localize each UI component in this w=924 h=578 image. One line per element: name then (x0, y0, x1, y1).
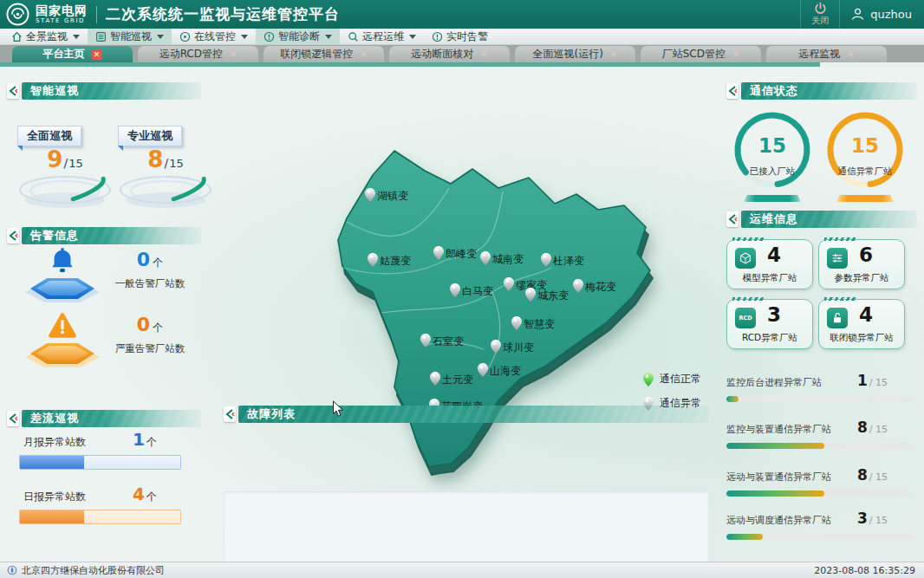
diff-row-daily: 日报异常站数 4个 (19, 484, 181, 524)
station-pin[interactable]: 白马变 (450, 283, 493, 299)
collapse-arrow-icon[interactable] (7, 228, 19, 244)
section-title: 差流巡视 (22, 410, 201, 427)
close-icon[interactable]: ✕ (847, 49, 854, 59)
section-ops-info-header: 运维信息 (726, 211, 917, 228)
station-label: 山海变 (490, 364, 521, 379)
menu-item-panorama[interactable]: 全景监视 (3, 29, 88, 44)
station-label: 土元变 (442, 373, 473, 387)
collapse-arrow-icon[interactable] (7, 411, 19, 426)
section-comm-status-header: 通信状态 (726, 82, 917, 100)
card-params-abnormal[interactable]: 6 参数异常厂站 (818, 239, 905, 289)
close-icon[interactable]: ✕ (610, 49, 617, 59)
username: quzhou (870, 8, 912, 21)
section-smart-patrol-header: 智能巡视 (7, 82, 201, 100)
station-label: 湖镇变 (377, 189, 408, 204)
station-pin[interactable]: 石室变 (420, 334, 464, 349)
progress-telecontrol-dispatch-comm: 远动与调度通信异常厂站 3/ 15 (726, 510, 910, 540)
station-pin[interactable]: 杜泽变 (541, 253, 584, 269)
tab-platform-home[interactable]: 平台主页✕ (12, 46, 133, 62)
tab-interlock-logic[interactable]: 联闭锁逻辑管控✕ (264, 46, 384, 62)
alarm-general: 0个 一般告警厂站数 (24, 247, 194, 304)
station-label: 梅花变 (585, 280, 616, 295)
dashboard: 智能巡视 全面巡视 9/15 专业巡视 8/15 (0, 67, 924, 562)
tab-full-patrol[interactable]: 全面巡视(运行)✕ (515, 46, 635, 62)
station-pin[interactable]: 郎峰变 (433, 246, 477, 262)
card-rcd-abnormal[interactable]: RCD 3 RCD异常厂站 (726, 299, 813, 349)
close-icon[interactable]: ✕ (230, 49, 237, 59)
home-icon (11, 31, 23, 42)
card-interlock-abnormal[interactable]: 4 联闭锁异常厂站 (818, 299, 905, 349)
section-title: 运维信息 (741, 211, 917, 228)
station-pin[interactable]: 姑蔑变 (368, 253, 411, 269)
diff-row-monthly: 月报异常站数 1个 (19, 429, 181, 470)
region-map: 湖镇变姑蔑变郎峰变城南变杜泽变白马变缪家变城东变梅花变智慧变石室变球川变山海变土… (217, 140, 715, 479)
station-pin[interactable]: 湖镇变 (365, 188, 408, 204)
tab-underline (0, 62, 820, 67)
station-label: 城东变 (537, 289, 569, 303)
station-label: 郎峰变 (446, 247, 477, 262)
patrol-tag: 专业巡视 (118, 126, 182, 146)
patrol-tag: 全面巡视 (17, 126, 81, 146)
progress-monitor-backend: 监控后台进程异常厂站 1/ 15 (726, 372, 910, 402)
menu-item-online-control[interactable]: 在线管控 (172, 29, 256, 44)
chevron-down-icon (157, 35, 164, 39)
gauge-connected-stations: 15 已接入厂站 (731, 108, 814, 212)
tab-scd-control[interactable]: 厂站SCD管控✕ (641, 46, 761, 62)
chevron-down-icon (409, 35, 416, 39)
station-pin[interactable]: 城东变 (525, 288, 569, 303)
section-diff-flow-header: 差流巡视 (7, 410, 201, 427)
user-menu[interactable]: quzhou (839, 0, 924, 29)
close-icon[interactable]: ✕ (92, 49, 102, 60)
section-alarm-info-header: 告警信息 (7, 227, 201, 244)
collapse-arrow-icon[interactable] (224, 406, 236, 422)
close-icon[interactable]: ✕ (732, 49, 739, 59)
menu-bar: 全景监视 智能巡视 在线管控 智能诊断 远程运维 实时告警 (0, 29, 924, 45)
collapse-arrow-icon[interactable] (726, 211, 739, 227)
close-icon[interactable]: ✕ (480, 49, 487, 59)
progress-bar (19, 510, 181, 524)
tab-remote-monitor[interactable]: 远程监视✕ (766, 46, 887, 62)
menu-item-smart-diagnosis[interactable]: 智能诊断 (256, 29, 340, 44)
section-title: 智能巡视 (22, 82, 201, 100)
progress-monitor-device-comm: 监控与装置通信异常厂站 8/ 15 (726, 419, 910, 449)
close-session-button[interactable]: 关闭 (800, 0, 839, 29)
section-title: 通信状态 (741, 82, 917, 100)
bell-hexagon-icon (24, 247, 101, 302)
clock: 2023-08-08 16:35:29 (814, 565, 915, 576)
menu-item-realtime-alarm[interactable]: 实时告警 (424, 29, 496, 44)
close-icon[interactable]: ✕ (360, 49, 367, 59)
section-fault-list-header: 故障列表 (224, 406, 709, 423)
collapse-arrow-icon[interactable] (726, 83, 739, 99)
progress-bar (726, 534, 910, 540)
gauge-full-patrol: 全面巡视 9/15 (17, 126, 113, 146)
gauge-pedestal (744, 195, 801, 202)
rcd-icon: RCD (735, 308, 756, 328)
card-model-abnormal[interactable]: 4 模型异常厂站 (726, 239, 813, 289)
state-grid-logo-icon (6, 3, 29, 26)
menu-item-remote-ops[interactable]: 远程运维 (340, 29, 424, 44)
progress-bar (19, 455, 181, 470)
station-pin[interactable]: 土元变 (430, 372, 473, 387)
gauge-pedestal (836, 195, 894, 202)
station-label: 智慧变 (524, 317, 555, 332)
chevron-down-icon (73, 35, 80, 39)
station-pin[interactable]: 城南变 (480, 251, 524, 267)
params-icon (827, 248, 848, 269)
bell-icon (47, 247, 78, 276)
tab-section-check[interactable]: 远动断面核对✕ (389, 46, 510, 62)
tab-rcd-control[interactable]: 远动RCD管控✕ (138, 46, 258, 62)
legend-normal: 通信正常 (643, 372, 701, 386)
tab-bar: 平台主页✕ 远动RCD管控✕ 联闭锁逻辑管控✕ 远动断面核对✕ 全面巡视(运行)… (0, 45, 924, 67)
station-pin[interactable]: 球川变 (491, 340, 534, 355)
station-label: 城南变 (492, 252, 524, 267)
vendor-logo-icon (7, 565, 17, 575)
station-label: 杜泽变 (553, 254, 584, 269)
station-pin[interactable]: 梅花变 (573, 279, 616, 295)
station-pin[interactable]: 山海变 (478, 363, 521, 379)
collapse-arrow-icon[interactable] (7, 83, 19, 99)
menu-item-smart-patrol[interactable]: 智能巡视 (88, 29, 172, 44)
progress-telecontrol-device-comm: 远动与装置通信异常厂站 8/ 15 (726, 466, 910, 497)
divider (96, 6, 97, 23)
user-icon (850, 7, 865, 22)
station-pin[interactable]: 智慧变 (511, 316, 555, 332)
